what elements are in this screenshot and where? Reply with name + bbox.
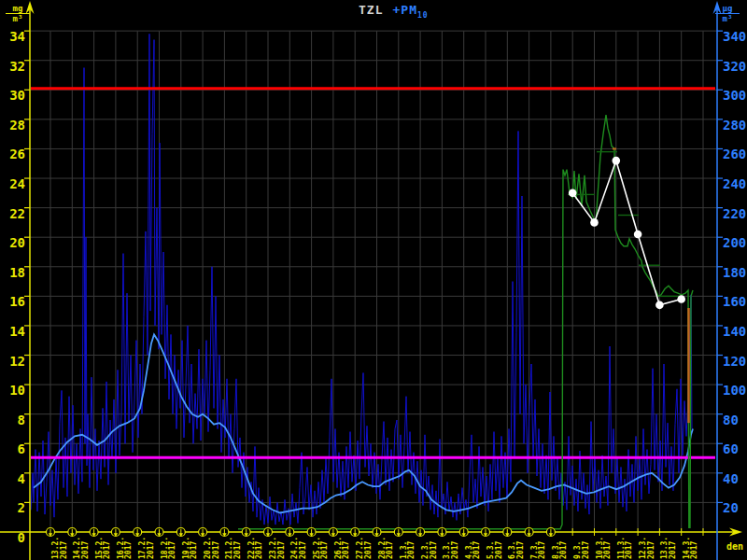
right-tick-label: 100 bbox=[723, 383, 746, 398]
left-tick-label: 12 bbox=[9, 354, 25, 369]
right-tick-label: 260 bbox=[723, 147, 746, 161]
date-label-year: 2017 bbox=[277, 541, 286, 559]
left-tick-label: 18 bbox=[9, 265, 25, 280]
chart-canvas[interactable]: 13.2.201714.2.201715.2.201716.2.201717.2… bbox=[0, 0, 747, 560]
right-tick-label: 140 bbox=[723, 324, 746, 339]
date-label-year: 2017 bbox=[516, 541, 525, 559]
series-pm10-raw bbox=[31, 34, 692, 525]
date-label-year: 2017 bbox=[472, 541, 481, 559]
right-tick-label: 340 bbox=[723, 29, 746, 44]
date-label-year: 2017 bbox=[124, 541, 133, 559]
date-label: 16.2.2017 bbox=[117, 537, 134, 559]
date-label: 11.3.2017 bbox=[617, 537, 634, 559]
right-tick-label: 280 bbox=[723, 118, 746, 133]
date-label-year: 2017 bbox=[299, 541, 307, 559]
left-tick-label: 24 bbox=[9, 176, 25, 191]
date-label: 2.3.2017 bbox=[421, 541, 438, 559]
daily-avg-point[interactable] bbox=[655, 301, 664, 310]
right-tick-label: 160 bbox=[723, 294, 746, 309]
right-tick-label: 180 bbox=[723, 265, 746, 280]
date-label-year: 2017 bbox=[81, 541, 90, 559]
date-label: 5.3.2017 bbox=[486, 541, 503, 559]
left-unit-denominator: m³ bbox=[6, 14, 30, 23]
date-label: 23.2.2017 bbox=[269, 537, 286, 559]
left-tick-label: 22 bbox=[9, 206, 25, 221]
date-label-year: 2017 bbox=[60, 541, 68, 559]
series-legend-pm10[interactable]: +PM10 bbox=[392, 3, 428, 17]
date-label-year: 2017 bbox=[364, 541, 373, 559]
date-label-year: 2017 bbox=[407, 541, 416, 559]
date-label: 8.3.2017 bbox=[552, 541, 569, 559]
left-tick-label: 20 bbox=[9, 235, 25, 250]
left-tick-label: 32 bbox=[9, 59, 25, 74]
date-label-year: 2017 bbox=[559, 541, 568, 559]
left-tick-label: 8 bbox=[18, 413, 25, 427]
right-tick-label: 220 bbox=[723, 206, 746, 221]
left-unit-numerator: mg bbox=[6, 4, 30, 14]
right-axis-unit: µg m³ bbox=[715, 4, 740, 23]
date-label: 12.3.2017 bbox=[639, 537, 655, 559]
daily-avg-point[interactable] bbox=[634, 231, 642, 239]
left-tick-label: 2 bbox=[18, 500, 25, 515]
date-label-year: 2017 bbox=[669, 541, 677, 559]
date-label: 13.3.2017 bbox=[660, 537, 677, 559]
date-label-year: 2017 bbox=[168, 541, 176, 559]
date-label: 4.3.2017 bbox=[465, 541, 482, 559]
date-label-year: 2017 bbox=[603, 541, 612, 559]
date-label: 20.2.2017 bbox=[204, 537, 220, 559]
left-tick-label: 0 bbox=[18, 530, 25, 545]
date-label-year: 2017 bbox=[342, 541, 350, 559]
date-label: 17.2.2017 bbox=[138, 537, 155, 559]
pm10-label-text: +PM bbox=[392, 3, 416, 17]
left-tick-label: 28 bbox=[9, 118, 25, 133]
date-label: 22.2.2017 bbox=[247, 537, 264, 559]
daily-avg-point[interactable] bbox=[613, 157, 621, 165]
left-tick-label: 34 bbox=[9, 29, 25, 44]
daily-avg-point[interactable] bbox=[569, 189, 577, 198]
left-tick-label: 10 bbox=[9, 383, 25, 398]
right-unit-numerator: µg bbox=[715, 4, 740, 14]
left-tick-label: 4 bbox=[18, 471, 25, 486]
date-label-year: 2017 bbox=[690, 541, 698, 559]
date-label: 26.2.2017 bbox=[334, 537, 351, 559]
date-label-year: 2017 bbox=[647, 541, 655, 559]
date-label: 19.2.2017 bbox=[182, 537, 199, 559]
series-legend-tzl[interactable]: TZL bbox=[359, 3, 383, 17]
daily-avg-point[interactable] bbox=[677, 295, 685, 303]
right-tick-label: 60 bbox=[723, 441, 739, 456]
left-axis-unit: mg m³ bbox=[6, 4, 30, 23]
date-label-year: 2017 bbox=[103, 541, 111, 559]
chart-title: TZL+PM10 bbox=[359, 3, 429, 20]
right-tick-label: 240 bbox=[723, 176, 746, 191]
date-label-year: 2017 bbox=[190, 541, 198, 559]
date-label: 1.3.2017 bbox=[400, 541, 416, 559]
date-label-year: 2017 bbox=[495, 541, 503, 559]
left-tick-label: 30 bbox=[9, 88, 25, 103]
date-label: 28.2.2017 bbox=[378, 537, 395, 559]
right-tick-label: 200 bbox=[723, 235, 746, 250]
date-label-year: 2017 bbox=[538, 541, 546, 559]
date-label-year: 2017 bbox=[451, 541, 459, 559]
date-label: 21.2.2017 bbox=[225, 537, 242, 559]
date-label: 10.3.2017 bbox=[596, 537, 613, 559]
right-tick-label: 80 bbox=[723, 413, 739, 427]
date-label: 15.2.2017 bbox=[95, 537, 112, 559]
left-tick-label: 16 bbox=[9, 294, 25, 309]
date-label-year: 2017 bbox=[430, 541, 438, 559]
date-label-year: 2017 bbox=[255, 541, 263, 559]
right-tick-label: 20 bbox=[723, 500, 739, 515]
left-tick-label: 6 bbox=[18, 441, 25, 456]
right-tick-label: 300 bbox=[723, 88, 746, 103]
left-tick-label: 14 bbox=[9, 324, 25, 339]
daily-avg-point[interactable] bbox=[590, 218, 599, 227]
x-axis-label: den bbox=[726, 541, 743, 552]
pm10-label-subscript: 10 bbox=[417, 11, 429, 20]
date-label-year: 2017 bbox=[320, 541, 329, 559]
date-label: 7.3.2017 bbox=[530, 541, 547, 559]
date-label-year: 2017 bbox=[582, 541, 590, 559]
right-tick-label: 320 bbox=[723, 59, 746, 74]
date-label: 18.2.2017 bbox=[161, 537, 177, 559]
right-tick-label: 40 bbox=[723, 471, 739, 486]
date-label: 3.3.2017 bbox=[443, 541, 459, 559]
date-label: 14.2.2017 bbox=[73, 537, 90, 559]
